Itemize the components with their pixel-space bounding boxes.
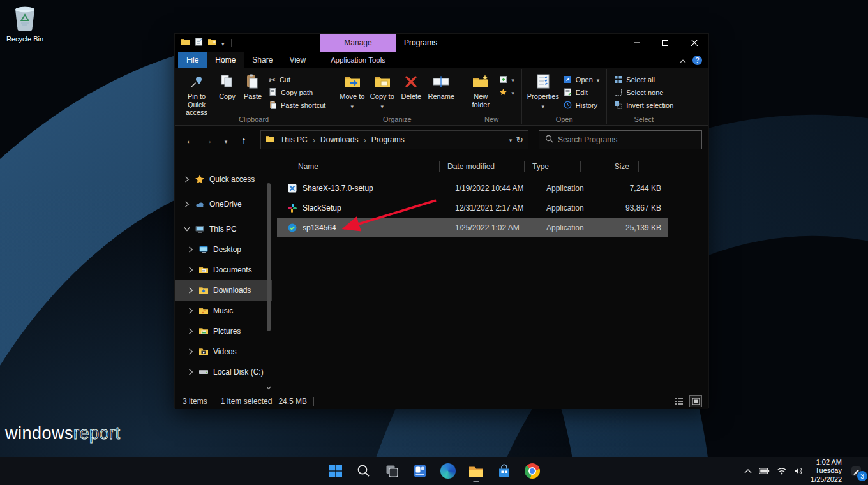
move-to-button[interactable]: Move to	[337, 71, 367, 110]
file-row-sp134564-selected[interactable]: sp134564 1/25/2022 1:02 AM Application 2…	[277, 218, 668, 237]
select-none-button[interactable]: Select none	[611, 86, 677, 99]
minimize-button[interactable]	[622, 34, 651, 52]
tab-manage[interactable]: Manage	[320, 34, 396, 52]
column-header-name[interactable]: Name	[298, 161, 440, 172]
cut-label: Cut	[280, 76, 290, 84]
task-view-button[interactable]	[379, 458, 405, 484]
column-header-type[interactable]: Type	[532, 161, 581, 172]
file-row-sharex[interactable]: ShareX-13.7.0-setup 1/19/2022 10:44 AM A…	[277, 178, 668, 198]
column-header-date-modified[interactable]: Date modified	[447, 161, 525, 172]
sidebar-scrollbar-thumb[interactable]	[267, 183, 271, 331]
copy-path-button[interactable]: Copy path	[266, 86, 329, 99]
clock-day: Tuesday	[811, 466, 842, 475]
hidden-icons-chevron-icon[interactable]	[744, 469, 752, 474]
chevron-down-icon[interactable]	[184, 227, 190, 232]
sidebar-item-music[interactable]: Music	[175, 301, 272, 321]
cut-button[interactable]: Cut	[266, 73, 329, 86]
chevron-right-icon[interactable]	[188, 369, 194, 375]
column-header-size[interactable]: Size	[588, 161, 639, 172]
address-bar[interactable]: This PC Downloads Programs	[260, 130, 528, 149]
details-view-button[interactable]	[673, 395, 685, 407]
sidebar-item-videos[interactable]: Videos	[175, 341, 272, 362]
minimize-ribbon-icon[interactable]	[680, 54, 686, 66]
battery-icon[interactable]	[759, 468, 770, 474]
chrome-button[interactable]	[520, 458, 545, 484]
new-folder-qat-button[interactable]	[207, 37, 217, 48]
forward-button[interactable]	[200, 132, 216, 147]
recent-locations-button[interactable]	[218, 132, 234, 147]
file-explorer-button[interactable]	[463, 458, 489, 484]
sidebar-scrollbar[interactable]	[266, 154, 272, 393]
chevron-right-icon[interactable]	[188, 348, 194, 355]
pin-to-quick-access-button[interactable]: Pin to Quick access	[179, 71, 214, 117]
sidebar-item-quick-access[interactable]: Quick access	[175, 169, 272, 190]
tab-file[interactable]: File	[178, 52, 207, 68]
paste-button[interactable]: Paste	[240, 71, 266, 101]
search-box[interactable]	[539, 130, 702, 149]
tab-view[interactable]: View	[281, 52, 314, 68]
sidebar-item-this-pc[interactable]: This PC	[175, 219, 272, 239]
edit-button[interactable]: Edit	[560, 86, 602, 99]
file-size: 93,867 KB	[611, 204, 668, 213]
new-group-label: New	[461, 116, 521, 123]
tab-share[interactable]: Share	[244, 52, 281, 68]
address-dropdown-icon[interactable]	[509, 135, 513, 144]
easy-access-button[interactable]	[496, 86, 518, 99]
copy-button[interactable]: Copy	[214, 71, 240, 101]
sidebar-item-local-disk-c[interactable]: Local Disk (C:)	[175, 362, 272, 382]
start-button[interactable]	[323, 458, 348, 484]
sidebar-item-desktop[interactable]: Desktop	[175, 239, 272, 260]
notification-center-button[interactable]: 3	[849, 464, 863, 478]
taskbar-clock[interactable]: 1:02 AM Tuesday 1/25/2022	[811, 458, 842, 484]
close-button[interactable]	[680, 34, 708, 52]
open-button[interactable]: Open	[560, 73, 602, 86]
help-button[interactable]	[692, 56, 702, 65]
edge-button[interactable]	[435, 458, 461, 484]
sidebar-item-documents[interactable]: Documents	[175, 260, 272, 280]
properties-qat-button[interactable]	[195, 37, 203, 48]
chevron-right-icon[interactable]	[188, 287, 194, 294]
volume-icon[interactable]	[794, 467, 804, 475]
chevron-right-icon[interactable]	[188, 328, 194, 334]
maximize-button[interactable]	[651, 34, 680, 52]
widgets-button[interactable]	[407, 458, 433, 484]
chevron-right-icon[interactable]	[188, 267, 194, 273]
wifi-icon[interactable]	[777, 467, 787, 475]
breadcrumb-programs[interactable]: Programs	[370, 135, 406, 144]
qat-customize-icon[interactable]	[221, 37, 225, 48]
select-all-button[interactable]: Select all	[611, 73, 677, 86]
store-button[interactable]	[491, 458, 517, 484]
tab-home[interactable]: Home	[207, 52, 244, 68]
new-folder-button[interactable]: New folder	[465, 71, 496, 108]
status-bar: 3 items 1 item selected 24.5 MB	[175, 393, 708, 409]
sidebar-scroll-down-icon[interactable]	[266, 384, 272, 392]
invert-selection-button[interactable]: Invert selection	[611, 99, 677, 112]
delete-button[interactable]: Delete	[397, 71, 425, 101]
up-button[interactable]	[236, 132, 251, 147]
tab-application-tools[interactable]: Application Tools	[320, 52, 396, 68]
chevron-right-icon[interactable]	[188, 246, 194, 253]
sidebar-item-downloads[interactable]: Downloads	[175, 280, 272, 301]
chevron-right-icon[interactable]	[184, 201, 190, 207]
refresh-icon[interactable]	[516, 135, 523, 145]
back-button[interactable]	[183, 132, 198, 147]
chevron-right-icon[interactable]	[184, 176, 190, 183]
taskbar-search-button[interactable]	[351, 458, 377, 484]
properties-button[interactable]: Properties	[526, 71, 560, 110]
paste-shortcut-button[interactable]: Paste shortcut	[266, 99, 329, 112]
large-icons-view-button[interactable]	[689, 395, 702, 407]
rename-button[interactable]: Rename	[425, 71, 457, 101]
sidebar-item-pictures[interactable]: Pictures	[175, 321, 272, 341]
explorer-main: Quick access OneDrive This PC De	[175, 154, 708, 393]
search-input[interactable]	[558, 135, 696, 144]
chevron-right-icon[interactable]	[188, 308, 194, 314]
sidebar-item-onedrive[interactable]: OneDrive	[175, 194, 272, 214]
breadcrumb-downloads[interactable]: Downloads	[319, 135, 359, 144]
new-item-button[interactable]	[496, 73, 518, 86]
history-button[interactable]: History	[560, 99, 602, 112]
breadcrumb-this-pc[interactable]: This PC	[279, 135, 309, 144]
recycle-bin[interactable]: Recycle Bin	[4, 4, 46, 43]
file-row-slack[interactable]: SlackSetup 12/31/2021 2:17 AM Applicatio…	[277, 198, 668, 218]
copy-to-button[interactable]: Copy to	[367, 71, 397, 110]
properties-label: Properties	[527, 93, 559, 101]
